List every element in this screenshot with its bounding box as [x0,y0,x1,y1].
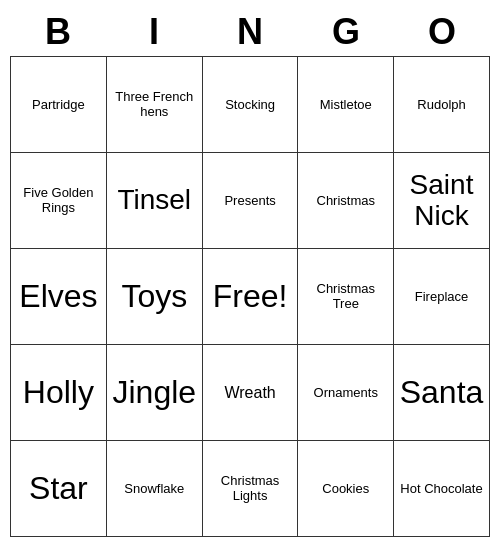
grid-cell-2-1: Toys [106,249,202,345]
grid-cell-4-0: Star [11,441,107,537]
grid-cell-3-0: Holly [11,345,107,441]
header-letter-b: B [10,7,106,57]
bingo-header: BINGO [10,7,490,57]
grid-cell-2-3: Christmas Tree [298,249,394,345]
header-letter-g: G [298,7,394,57]
grid-row-2: ElvesToysFree!Christmas TreeFireplace [11,249,490,345]
grid-cell-0-1: Three French hens [106,57,202,153]
header-letter-i: I [106,7,202,57]
grid-cell-1-3: Christmas [298,153,394,249]
grid-cell-3-3: Ornaments [298,345,394,441]
grid-cell-3-1: Jingle [106,345,202,441]
grid-cell-3-4: Santa [394,345,490,441]
grid-cell-0-3: Mistletoe [298,57,394,153]
grid-cell-2-2: Free! [202,249,298,345]
bingo-grid: PartridgeThree French hensStockingMistle… [10,57,490,538]
grid-cell-4-4: Hot Chocolate [394,441,490,537]
grid-cell-0-4: Rudolph [394,57,490,153]
grid-cell-3-2: Wreath [202,345,298,441]
grid-cell-0-2: Stocking [202,57,298,153]
grid-cell-1-4: Saint Nick [394,153,490,249]
grid-cell-4-3: Cookies [298,441,394,537]
grid-cell-4-2: Christmas Lights [202,441,298,537]
header-letter-n: N [202,7,298,57]
grid-cell-1-2: Presents [202,153,298,249]
grid-cell-2-4: Fireplace [394,249,490,345]
grid-cell-1-0: Five Golden Rings [11,153,107,249]
grid-cell-1-1: Tinsel [106,153,202,249]
grid-cell-0-0: Partridge [11,57,107,153]
grid-row-0: PartridgeThree French hensStockingMistle… [11,57,490,153]
header-letter-o: O [394,7,490,57]
grid-cell-4-1: Snowflake [106,441,202,537]
grid-row-4: StarSnowflakeChristmas LightsCookiesHot … [11,441,490,537]
grid-row-3: HollyJingleWreathOrnamentsSanta [11,345,490,441]
bingo-card: BINGO PartridgeThree French hensStocking… [10,7,490,538]
grid-row-1: Five Golden RingsTinselPresentsChristmas… [11,153,490,249]
grid-cell-2-0: Elves [11,249,107,345]
